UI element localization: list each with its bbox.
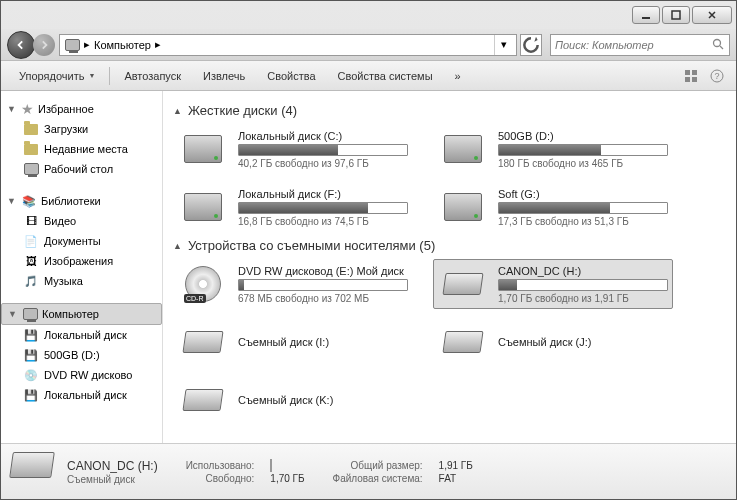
fs-label: Файловая система:	[333, 473, 423, 484]
sidebar-item-drive-c[interactable]: 💾Локальный диск	[1, 325, 162, 345]
drive-item[interactable]: Локальный диск (F:) 16,8 ГБ свободно из …	[173, 182, 413, 232]
section-title: Жесткие диски (4)	[188, 103, 297, 118]
free-value: 1,70 ГБ	[270, 473, 304, 484]
drive-item[interactable]: Съемный диск (J:)	[433, 317, 673, 367]
search-input[interactable]	[555, 39, 712, 51]
hdd-icon	[178, 187, 228, 227]
explorer-window: ▸ Компьютер ▸ ▾ Упорядочить▼ Автозапуск …	[0, 0, 737, 500]
details-title: CANON_DC (H:)	[67, 459, 158, 473]
hdd-icon	[178, 129, 228, 169]
autoplay-button[interactable]: Автозапуск	[114, 66, 191, 86]
minimize-button[interactable]	[632, 6, 660, 24]
libraries-label: Библиотеки	[41, 195, 101, 207]
section-title: Устройства со съемными носителями (5)	[188, 238, 435, 253]
sidebar-item-drive-d[interactable]: 💾500GB (D:)	[1, 345, 162, 365]
sidebar-item-video[interactable]: 🎞Видео	[1, 211, 162, 231]
picture-icon: 🖼	[23, 253, 39, 269]
capacity-bar	[238, 202, 408, 214]
fs-value: FAT	[439, 473, 473, 484]
libraries-header[interactable]: ▼ 📚 Библиотеки	[1, 191, 162, 211]
toolbar: Упорядочить▼ Автозапуск Извлечь Свойства…	[1, 61, 736, 91]
sidebar-item-pictures[interactable]: 🖼Изображения	[1, 251, 162, 271]
collapse-icon: ▲	[173, 241, 182, 251]
computer-icon	[22, 306, 38, 322]
total-value: 1,91 ГБ	[439, 460, 473, 471]
organize-button[interactable]: Упорядочить▼	[9, 66, 105, 86]
refresh-button[interactable]	[520, 34, 542, 56]
folder-icon	[23, 141, 39, 157]
removable-icon	[438, 322, 488, 362]
document-icon: 📄	[23, 233, 39, 249]
titlebar	[1, 1, 736, 29]
content-pane: ▲ Жесткие диски (4) Локальный диск (C:) …	[163, 91, 736, 443]
computer-label: Компьютер	[42, 308, 99, 320]
removable-icon	[11, 452, 55, 492]
system-properties-button[interactable]: Свойства системы	[328, 66, 443, 86]
removable-icon	[438, 264, 488, 304]
close-button[interactable]	[692, 6, 732, 24]
favorites-header[interactable]: ▼ ★ Избранное	[1, 99, 162, 119]
address-bar[interactable]: ▸ Компьютер ▸ ▾	[59, 34, 517, 56]
svg-rect-5	[685, 77, 690, 82]
search-icon	[712, 38, 725, 51]
capacity-bar	[238, 144, 408, 156]
computer-header[interactable]: ▼ Компьютер	[1, 303, 162, 325]
drive-name: Локальный диск (F:)	[238, 188, 408, 200]
computer-icon	[64, 37, 80, 53]
sidebar-item-drive-f[interactable]: 💾Локальный диск	[1, 385, 162, 405]
drive-item[interactable]: Съемный диск (K:)	[173, 375, 413, 425]
help-button[interactable]: ?	[706, 65, 728, 87]
drive-item[interactable]: Локальный диск (C:) 40,2 ГБ свободно из …	[173, 124, 413, 174]
removable-icon	[178, 322, 228, 362]
drive-item[interactable]: 500GB (D:) 180 ГБ свободно из 465 ГБ	[433, 124, 673, 174]
drive-item[interactable]: Soft (G:) 17,3 ГБ свободно из 51,3 ГБ	[433, 182, 673, 232]
search-box[interactable]	[550, 34, 730, 56]
hard-drives-list: Локальный диск (C:) 40,2 ГБ свободно из …	[173, 124, 726, 232]
used-label: Использовано:	[186, 460, 255, 471]
sidebar-item-downloads[interactable]: Загрузки	[1, 119, 162, 139]
video-icon: 🎞	[23, 213, 39, 229]
cd-icon: 💿	[23, 367, 39, 383]
eject-button[interactable]: Извлечь	[193, 66, 255, 86]
total-label: Общий размер:	[333, 460, 423, 471]
svg-rect-1	[672, 11, 680, 19]
removable-header[interactable]: ▲ Устройства со съемными носителями (5)	[173, 232, 726, 259]
svg-rect-4	[692, 70, 697, 75]
sidebar-item-desktop[interactable]: Рабочий стол	[1, 159, 162, 179]
drive-info: 40,2 ГБ свободно из 97,6 ГБ	[238, 158, 408, 169]
drive-info: 16,8 ГБ свободно из 74,5 ГБ	[238, 216, 408, 227]
svg-point-2	[714, 40, 721, 47]
capacity-bar	[498, 202, 668, 214]
sidebar-item-recent[interactable]: Недавние места	[1, 139, 162, 159]
properties-button[interactable]: Свойства	[257, 66, 325, 86]
maximize-button[interactable]	[662, 6, 690, 24]
main-area: ▼ ★ Избранное Загрузки Недавние места Ра…	[1, 91, 736, 443]
address-dropdown[interactable]: ▾	[494, 35, 512, 55]
sidebar-item-documents[interactable]: 📄Документы	[1, 231, 162, 251]
view-button[interactable]	[680, 65, 702, 87]
drive-name: Съемный диск (I:)	[238, 336, 408, 348]
forward-button[interactable]	[33, 34, 55, 56]
capacity-bar	[498, 279, 668, 291]
sidebar-item-drive-e[interactable]: 💿DVD RW дисково	[1, 365, 162, 385]
sidebar-item-music[interactable]: 🎵Музыка	[1, 271, 162, 291]
drive-name: Soft (G:)	[498, 188, 668, 200]
hdd-icon: 💾	[23, 347, 39, 363]
library-icon: 📚	[21, 193, 37, 209]
details-subtitle: Съемный диск	[67, 474, 158, 485]
overflow-button[interactable]: »	[445, 66, 471, 86]
cd-icon: CD-R	[178, 264, 228, 304]
svg-rect-0	[642, 17, 650, 19]
drive-item[interactable]: CANON_DC (H:)1,70 ГБ свободно из 1,91 ГБ	[433, 259, 673, 309]
drive-item[interactable]: CD-RDVD RW дисковод (E:) Мой диск678 МБ …	[173, 259, 413, 309]
removable-list: CD-RDVD RW дисковод (E:) Мой диск678 МБ …	[173, 259, 726, 425]
svg-text:?: ?	[714, 71, 719, 81]
back-button[interactable]	[7, 31, 35, 59]
address-location[interactable]: Компьютер	[94, 39, 151, 51]
svg-rect-3	[685, 70, 690, 75]
removable-icon	[178, 380, 228, 420]
drive-item[interactable]: Съемный диск (I:)	[173, 317, 413, 367]
hard-drives-header[interactable]: ▲ Жесткие диски (4)	[173, 97, 726, 124]
drive-info: 1,70 ГБ свободно из 1,91 ГБ	[498, 293, 668, 304]
drive-info: 180 ГБ свободно из 465 ГБ	[498, 158, 668, 169]
